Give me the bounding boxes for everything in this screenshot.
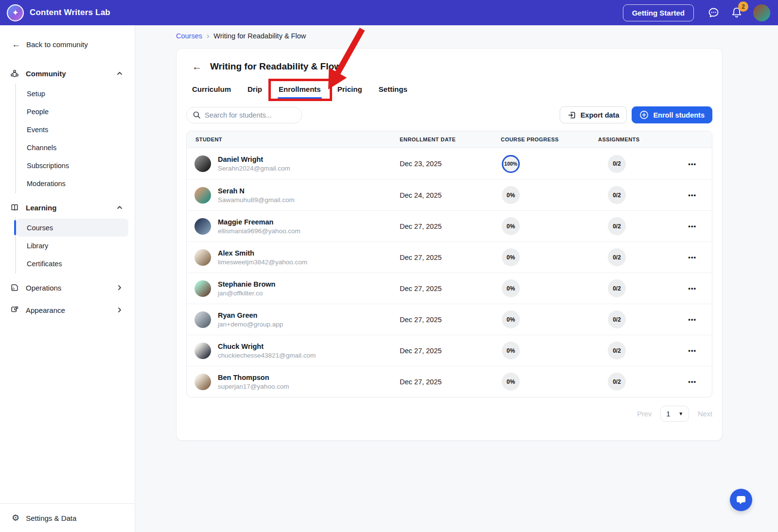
sidebar-item-setup[interactable]: Setup — [16, 85, 128, 103]
brand: ✦ Content Writers Lab — [7, 4, 110, 21]
breadcrumb-current: Writing for Readability & Flow — [213, 32, 306, 40]
avatar — [194, 311, 211, 328]
sidebar-item-courses[interactable]: Courses — [16, 219, 128, 237]
sidebar-item-events[interactable]: Events — [16, 120, 128, 138]
course-tabs: Curriculum Drip Enrollments Pricing Sett… — [186, 85, 712, 100]
enrollment-date: Dec 27, 2025 — [391, 223, 492, 230]
progress-badge: 0% — [502, 310, 520, 328]
getting-started-button[interactable]: Getting Started — [623, 4, 694, 21]
page: { "header": { "app_title": "Content Writ… — [0, 0, 778, 532]
enrollments-table: STUDENT ENROLLMENT DATE COURSE PROGRESS … — [186, 131, 712, 397]
logo-star-icon: ✦ — [12, 8, 18, 18]
back-to-community-label: Back to community — [26, 40, 88, 49]
column-header-enrollment-date: ENROLLMENT DATE — [391, 137, 492, 142]
chevron-right-icon — [116, 307, 123, 313]
settings-data-link[interactable]: ⚙ Settings & Data — [0, 503, 135, 532]
assignments-badge: 0/2 — [608, 155, 626, 173]
export-data-button[interactable]: Export data — [560, 106, 627, 123]
sidebar-item-subscriptions[interactable]: Subscriptions — [16, 156, 128, 174]
row-menu-button[interactable]: ••• — [688, 285, 696, 292]
row-menu-button[interactable]: ••• — [688, 254, 696, 261]
gear-icon: ⚙ — [12, 514, 19, 522]
breadcrumb-separator-icon: › — [207, 32, 209, 40]
progress-badge: 0% — [502, 248, 520, 266]
table-row: Ben Thompsonsuperjan17@yahoo.com Dec 27,… — [187, 366, 712, 397]
sidebar-section-operations[interactable]: Operations — [0, 278, 135, 297]
sidebar-item-moderations[interactable]: Moderations — [16, 174, 128, 192]
sidebar-item-channels[interactable]: Channels — [16, 138, 128, 156]
notification-badge: 2 — [738, 1, 748, 12]
table-row: Alex Smithlimesweetjm3842@yahoo.com Dec … — [187, 241, 712, 273]
row-menu-button[interactable]: ••• — [688, 160, 696, 168]
avatar — [194, 187, 211, 204]
progress-badge: 0% — [502, 373, 520, 391]
student-email: jan@offkilter.co — [218, 290, 275, 297]
enrollment-date: Dec 27, 2025 — [391, 316, 492, 324]
page-select[interactable]: 1 ▼ — [660, 406, 689, 422]
table-row: Serah NSawamuhu89@gmail.com Dec 24, 2025… — [187, 179, 712, 210]
student-email: Sawamuhu89@gmail.com — [218, 196, 295, 204]
sidebar-section-label: Learning — [26, 204, 56, 212]
assignments-badge: 0/2 — [608, 248, 626, 266]
next-page-button[interactable]: Next — [698, 410, 712, 418]
top-header: ✦ Content Writers Lab Getting Started 2 — [0, 0, 778, 25]
sidebar-section-learning[interactable]: Learning — [0, 198, 135, 217]
table-row: Chuck Wrightchuckiechesse43821@gmail.com… — [187, 335, 712, 366]
row-menu-button[interactable]: ••• — [688, 316, 696, 323]
student-name: Ryan Green — [218, 311, 283, 319]
community-subitems: Setup People Events Channels Subscriptio… — [15, 84, 135, 193]
sidebar-item-library[interactable]: Library — [16, 237, 128, 255]
student-name: Ben Thompson — [218, 374, 289, 381]
user-avatar[interactable] — [753, 4, 770, 21]
student-name: Daniel Wright — [218, 155, 290, 163]
breadcrumb-courses-link[interactable]: Courses — [176, 32, 202, 40]
sidebar-section-label: Community — [26, 69, 66, 78]
row-menu-button[interactable]: ••• — [688, 378, 696, 385]
enrollment-date: Dec 27, 2025 — [391, 254, 492, 261]
breadcrumb: Courses › Writing for Readability & Flow — [176, 32, 723, 40]
tab-curriculum[interactable]: Curriculum — [192, 85, 231, 100]
notifications-button[interactable]: 2 — [730, 6, 743, 19]
back-to-community-link[interactable]: ← Back to community — [0, 40, 135, 49]
sidebar-section-appearance[interactable]: Appearance — [0, 301, 135, 319]
course-card: ← Writing for Readability & Flow Curricu… — [176, 48, 723, 441]
learning-icon — [10, 203, 19, 212]
settings-data-label: Settings & Data — [26, 514, 76, 522]
row-menu-button[interactable]: ••• — [688, 347, 696, 354]
enrollment-date: Dec 27, 2025 — [391, 378, 492, 386]
messages-button[interactable] — [707, 6, 720, 19]
enroll-students-button[interactable]: Enroll students — [632, 106, 712, 123]
tab-enrollments[interactable]: Enrollments — [279, 85, 321, 100]
table-row: Maggie Freemanellismania9696@yahoo.com D… — [187, 210, 712, 241]
search-students-input[interactable] — [205, 111, 296, 119]
student-email: ellismania9696@yahoo.com — [218, 227, 301, 235]
student-name: Alex Smith — [218, 249, 307, 257]
app-logo-icon: ✦ — [7, 4, 24, 21]
row-menu-button[interactable]: ••• — [688, 191, 696, 199]
operations-icon — [10, 283, 19, 292]
enrollment-date: Dec 23, 2025 — [391, 160, 492, 168]
sidebar-section-community[interactable]: Community — [0, 64, 135, 83]
avatar — [194, 155, 211, 172]
column-header-assignments: ASSIGNMENTS — [589, 137, 678, 142]
sidebar-item-people[interactable]: People — [16, 103, 128, 120]
sidebar: ← Back to community Community Setup Peop… — [0, 25, 135, 532]
row-menu-button[interactable]: ••• — [688, 223, 696, 230]
current-page-number: 1 — [666, 410, 670, 418]
search-students-box[interactable] — [186, 107, 302, 123]
community-icon — [10, 69, 19, 78]
course-back-button[interactable]: ← — [192, 62, 202, 71]
tab-settings[interactable]: Settings — [379, 85, 407, 100]
tab-pricing[interactable]: Pricing — [337, 85, 362, 100]
prev-page-button[interactable]: Prev — [637, 410, 652, 418]
pagination: Prev 1 ▼ Next — [186, 406, 712, 422]
chat-bubble-icon — [707, 6, 720, 19]
learning-subitems: Courses Library Certificates — [15, 218, 135, 274]
student-email: Serahn2024@gmail.com — [218, 165, 290, 172]
sidebar-item-certificates[interactable]: Certificates — [16, 255, 128, 273]
tab-drip[interactable]: Drip — [248, 85, 262, 100]
chevron-right-icon — [116, 284, 123, 291]
student-name: Chuck Wright — [218, 343, 316, 350]
chat-widget-button[interactable] — [730, 489, 752, 511]
student-name: Maggie Freeman — [218, 218, 301, 226]
